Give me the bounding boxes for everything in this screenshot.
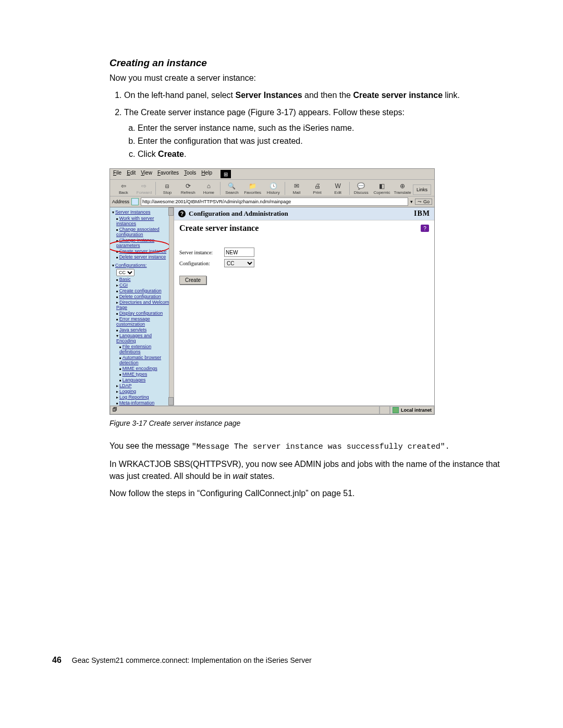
windows-flag-icon: ⊞: [221, 170, 231, 178]
sidebar-work-with-server[interactable]: Work with server instances: [116, 216, 154, 226]
print-label: Print: [313, 190, 321, 195]
stop-icon: ⦻: [162, 182, 173, 190]
print-button[interactable]: 🖨Print: [307, 182, 328, 195]
sidebar-logging[interactable]: Logging: [119, 389, 136, 394]
menu-favorites[interactable]: Favorites: [157, 170, 179, 178]
section-heading: Creating an instance: [109, 57, 500, 69]
sidebar-delete-inst[interactable]: Delete server instance: [119, 254, 166, 260]
step1-mid: and then the: [302, 91, 353, 100]
favorites-label: Favorites: [244, 190, 261, 195]
page-footer: 46 Geac System21 commerce.connect: Imple…: [52, 656, 500, 665]
sidebar-file-ext[interactable]: File extension definitions: [119, 344, 151, 354]
stop-button[interactable]: ⦻Stop: [157, 182, 178, 195]
sidebar-meta[interactable]: Meta-information: [119, 400, 155, 405]
back-button[interactable]: ⇦Back: [113, 182, 134, 195]
page-title: Create server instance: [179, 224, 259, 233]
discuss-label: Discuss: [354, 190, 369, 195]
edit-button[interactable]: WEdit: [327, 182, 348, 195]
refresh-label: Refresh: [181, 190, 195, 195]
substeps-list: Enter the server instance name, such as …: [124, 122, 500, 161]
discuss-icon: 💬: [356, 182, 366, 190]
discuss-button[interactable]: 💬Discuss: [351, 182, 372, 195]
menu-edit[interactable]: Edit: [127, 170, 136, 178]
step1-pre: On the left-hand panel, select: [124, 91, 235, 100]
forward-button: ⇨Forward: [134, 182, 155, 195]
mail-button[interactable]: ✉Mail: [286, 182, 307, 195]
sidebar-languages[interactable]: Languages: [123, 377, 146, 382]
label-configuration: Configuration:: [179, 261, 221, 266]
input-server-instance[interactable]: [224, 248, 254, 257]
sidebar-auto-browser[interactable]: Automatic browser detection: [119, 355, 161, 365]
history-button[interactable]: 🕓History: [263, 182, 284, 195]
intro-text: Now you must create a server instance:: [109, 72, 500, 84]
sidebar-dir-welcome[interactable]: Directories and Welcome Page: [116, 300, 172, 310]
mail-icon: ✉: [291, 182, 302, 190]
copernic-icon: ◧: [376, 182, 387, 190]
sidebar-mime-enc[interactable]: MIME encodings: [123, 366, 157, 371]
sidebar-change-assoc[interactable]: Change associated configuration: [116, 227, 160, 237]
ie-status-bar: 🗐 Local intranet: [110, 405, 434, 414]
menu-view[interactable]: View: [141, 170, 152, 178]
sidebar-basic[interactable]: Basic: [119, 277, 131, 282]
banner-title: Configuration and Administration: [189, 209, 288, 218]
row-configuration: Configuration: CC: [174, 258, 434, 268]
search-button[interactable]: 🔍Search: [222, 182, 242, 195]
forward-label: Forward: [137, 190, 152, 195]
sidebar-change-inst[interactable]: Change instance parameters: [116, 238, 154, 248]
after1-pre: You see the message: [109, 441, 192, 450]
help-icon[interactable]: ?: [178, 210, 186, 217]
sidebar-create-conf[interactable]: Create configuration: [119, 288, 162, 293]
refresh-button[interactable]: ⟳Refresh: [178, 182, 199, 195]
sidebar-err-msg[interactable]: Error message customization: [116, 316, 150, 327]
sidebar-java[interactable]: Java servlets: [119, 327, 147, 332]
translate-icon: ⊕: [397, 182, 408, 190]
sidebar-create-inst[interactable]: Create server instance: [119, 249, 167, 254]
figure-caption: Figure 3-17 Create server instance page: [109, 419, 500, 427]
go-label: Go: [423, 199, 430, 204]
select-configuration[interactable]: CC: [224, 259, 254, 267]
sidebar-mime-types[interactable]: MIME types: [123, 372, 148, 377]
menu-help[interactable]: Help: [201, 170, 212, 178]
after-text-3: Now follow the steps in “Configuring Cal…: [109, 487, 500, 499]
sidebar-server-instances[interactable]: Server Instances: [115, 209, 151, 215]
stop-label: Stop: [163, 190, 172, 195]
sidebar-cgi[interactable]: CGI: [119, 282, 128, 288]
sidebar-ldap[interactable]: LDAP: [119, 383, 132, 388]
sidebar-display-conf[interactable]: Display configuration: [119, 311, 163, 316]
mail-label: Mail: [293, 190, 301, 195]
edit-icon: W: [333, 182, 343, 190]
page-help-icon[interactable]: ?: [421, 225, 429, 232]
print-icon: 🖨: [312, 182, 323, 190]
home-button[interactable]: ⌂Home: [199, 182, 219, 195]
search-icon: 🔍: [227, 182, 237, 190]
after2-a: In WRKACTJOB SBS(QHTTPSVR), you now see …: [109, 460, 500, 480]
favorites-button[interactable]: 📁Favorites: [242, 182, 263, 195]
step2c-pre: Click: [138, 150, 158, 158]
after2-wait: wait: [233, 472, 248, 480]
sidebar-configurations[interactable]: Configurations:: [115, 263, 147, 268]
translate-label: Translate: [394, 190, 411, 195]
ie-menubar: File Edit View Favorites Tools Help ⊞: [110, 169, 434, 180]
address-input[interactable]: [141, 198, 408, 206]
step1-bold2: Create server instance: [353, 91, 443, 100]
back-arrow-icon: ⇦: [118, 182, 129, 190]
sidebar-lang-enc[interactable]: Languages and Encoding: [116, 333, 152, 343]
step2c-post: .: [184, 150, 186, 158]
copernic-button[interactable]: ◧Copernic: [372, 182, 393, 195]
menu-tools[interactable]: Tools: [184, 170, 196, 178]
copernic-label: Copernic: [373, 190, 390, 195]
sidebar-config-select[interactable]: CC: [116, 269, 134, 276]
links-button[interactable]: Links: [413, 184, 431, 195]
translate-button[interactable]: ⊕Translate: [392, 182, 413, 195]
ie-page-status-icon: 🗐: [113, 407, 117, 412]
menu-file[interactable]: File: [113, 170, 121, 178]
embedded-screenshot: File Edit View Favorites Tools Help ⊞ ⇦B…: [109, 168, 435, 415]
row-server-instance: Server instance:: [174, 246, 434, 258]
sidebar-delete-conf[interactable]: Delete configuration: [119, 294, 161, 299]
sidebar-scrollbar[interactable]: [169, 207, 174, 405]
address-dropdown-icon[interactable]: ▾: [410, 199, 413, 204]
sidebar-log-rep[interactable]: Log Reporting: [119, 394, 149, 400]
create-button[interactable]: Create: [179, 276, 206, 285]
go-button[interactable]: ⤳ Go: [415, 199, 432, 205]
step1-post: link.: [443, 91, 460, 100]
